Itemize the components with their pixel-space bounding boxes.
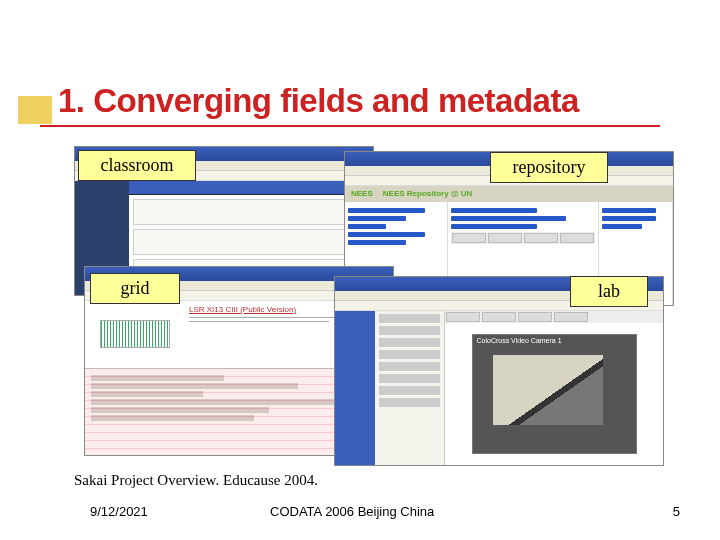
content-header: [129, 181, 373, 195]
label-grid: grid: [90, 273, 180, 304]
title-underline: [40, 125, 660, 127]
lab-tabs: [445, 311, 663, 323]
label-lab: lab: [570, 276, 648, 307]
video-feed: ColoCross Video Camera 1: [472, 334, 637, 454]
label-repository: repository: [490, 152, 608, 183]
title-accent: [18, 96, 52, 124]
video-caption: ColoCross Video Camera 1: [477, 337, 562, 344]
citation: Sakai Project Overview. Educause 2004.: [74, 472, 318, 489]
footer-date: 9/12/2021: [90, 504, 148, 519]
nees-logo-text: NEES: [351, 189, 373, 199]
repo-tabs: [451, 232, 595, 244]
lab-nav: [375, 311, 445, 465]
repo-header: NEES NEES Repository @ UN: [345, 186, 673, 202]
content-row: [133, 229, 369, 255]
footer-venue: CODATA 2006 Beijing China: [270, 504, 434, 519]
waveform-icon: [100, 320, 170, 348]
slide-title: 1. Converging fields and metadata: [58, 82, 579, 120]
content-row: [133, 199, 369, 225]
slide: 1. Converging fields and metadata: [0, 0, 720, 540]
page-number: 5: [673, 504, 680, 519]
label-classroom: classroom: [78, 150, 196, 181]
repo-title: NEES Repository @ UN: [383, 189, 473, 199]
lab-sidebar: [335, 311, 375, 465]
